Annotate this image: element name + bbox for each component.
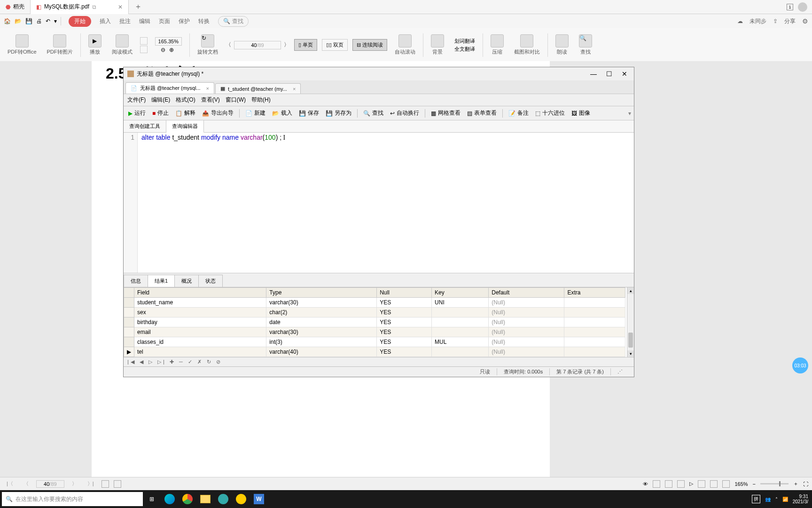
actual-size-icon[interactable] [722, 480, 730, 488]
scrollbar-thumb[interactable] [628, 333, 633, 348]
editor-tab[interactable]: 查询编辑器 [166, 120, 204, 133]
menu-edit[interactable]: 编辑(E) [151, 96, 170, 104]
app-1-icon[interactable] [214, 490, 232, 508]
full-translate[interactable]: 全文翻译 [454, 46, 475, 53]
vertical-scrollbar[interactable]: ▴ ▾ [627, 287, 634, 357]
record-nav-buttons[interactable]: |◀ ◀ ▷ ▷| ✚ ─ ✓ ✗ ↻ ⊘ [127, 359, 222, 365]
file-tab[interactable]: ◧ MySQL数据库.pdf ⧉ ✕ [31, 0, 129, 14]
menu-file[interactable]: 文件(F) [127, 96, 146, 104]
cell[interactable]: (Null) [489, 327, 564, 337]
cell[interactable] [564, 337, 625, 347]
zoom-in-status-icon[interactable]: ＋ [793, 480, 798, 487]
builder-tab[interactable]: 查询创建工具 [124, 120, 166, 132]
taskbar-search[interactable]: 🔍 在这里输入你要搜索的内容 [2, 492, 143, 506]
scroll-up-icon[interactable]: ▴ [627, 287, 634, 294]
explain-button[interactable]: 📋解释 [173, 108, 197, 118]
share-label[interactable]: 分享 [784, 17, 796, 25]
stop-button[interactable]: ■停止 [150, 108, 171, 118]
cell[interactable]: student_name [134, 298, 266, 308]
scroll-down-icon[interactable]: ▾ [627, 350, 634, 357]
cell[interactable] [432, 308, 489, 318]
view-mode-2-icon[interactable] [114, 480, 121, 488]
cell[interactable]: (Null) [489, 347, 564, 357]
menu-window[interactable]: 窗口(W) [226, 96, 246, 104]
menu-view[interactable]: 查看(V) [201, 96, 220, 104]
layout-1-icon[interactable] [653, 480, 660, 488]
cell[interactable]: char(2) [266, 308, 377, 318]
zoom-out-icon[interactable]: ⊖ [161, 47, 167, 53]
status-page-input[interactable]: 40/89 [36, 480, 64, 488]
cell[interactable]: birthday [134, 318, 266, 327]
prev-page-icon[interactable]: 〈 [226, 41, 231, 49]
chrome-icon[interactable] [179, 490, 196, 508]
column-header[interactable]: Field [134, 288, 266, 298]
sync-status[interactable]: 未同步 [750, 17, 766, 25]
column-header[interactable]: Type [266, 288, 377, 298]
home-icon[interactable]: 🏠 [4, 18, 11, 24]
cell[interactable] [432, 347, 489, 357]
cell[interactable]: classes_id [134, 337, 266, 347]
new-button[interactable]: 📄新建 [243, 108, 267, 118]
cell[interactable] [432, 327, 489, 337]
cell[interactable] [432, 318, 489, 327]
table-row[interactable]: sexchar(2)YES(Null) [124, 308, 625, 318]
view-mode-1-icon[interactable] [102, 480, 109, 488]
cell[interactable] [564, 298, 625, 308]
tab-annotate[interactable]: 批注 [119, 17, 131, 25]
edge-icon[interactable] [161, 490, 179, 508]
search-box[interactable]: 🔍 查找 [218, 16, 249, 27]
cell[interactable]: date [266, 318, 377, 327]
undo-icon[interactable]: ↶ [46, 18, 50, 24]
share-icon[interactable]: ⇪ [773, 18, 778, 24]
read-mode[interactable]: 阅读模式 [109, 33, 135, 56]
close-icon[interactable]: × [293, 86, 296, 92]
layout-3-icon[interactable] [677, 480, 685, 488]
pdf-to-image[interactable]: PDF转图片 [44, 33, 76, 56]
table-row[interactable]: birthdaydateYES(Null) [124, 318, 625, 327]
rotate[interactable]: ↻旋转文档 [195, 33, 221, 56]
zoom-level[interactable]: 165% [734, 481, 748, 487]
open-icon[interactable]: 📂 [15, 18, 22, 24]
close-icon[interactable]: × [206, 86, 209, 91]
ime-indicator[interactable]: 拼 [752, 495, 760, 503]
note-button[interactable]: 📝备注 [507, 108, 531, 118]
saveas-button[interactable]: 💾另存为 [324, 108, 353, 118]
table-row[interactable]: student_namevarchar(30)YESUNI(Null) [124, 298, 625, 308]
cell[interactable]: MUL [432, 337, 489, 347]
cell[interactable]: YES [377, 318, 432, 327]
code-content[interactable]: alter table t_student modify name varcha… [138, 133, 289, 273]
auto-scroll[interactable]: 自动滚动 [392, 33, 418, 56]
cell[interactable]: (Null) [489, 337, 564, 347]
tab-insert[interactable]: 插入 [100, 17, 111, 25]
hand-tool-icon[interactable] [140, 37, 148, 45]
chevron-down-icon[interactable]: ▾ [628, 110, 631, 117]
app-tab[interactable]: ⬣ 稻壳 [0, 0, 31, 14]
close-tab-button[interactable]: ✕ [118, 4, 123, 10]
cell[interactable]: sex [134, 308, 266, 318]
new-tab-button[interactable]: ＋ [129, 2, 148, 12]
cell[interactable] [564, 308, 625, 318]
fullscreen-icon[interactable]: ⛶ [803, 481, 808, 487]
print-icon[interactable]: 🖨 [36, 18, 42, 24]
first-page-icon[interactable]: |〈 [4, 480, 16, 487]
redo-icon[interactable]: ▾ [54, 18, 57, 24]
wps-taskbar-icon[interactable]: W [250, 490, 268, 508]
close-button[interactable]: ✕ [622, 70, 627, 78]
save-button[interactable]: 💾保存 [297, 108, 321, 118]
column-header[interactable]: Extra [564, 288, 625, 298]
hex-button[interactable]: ⬚十六进位 [533, 108, 567, 118]
profile-tab[interactable]: 概况 [174, 275, 199, 287]
zoom-in-icon[interactable]: ⊕ [169, 47, 176, 53]
column-header[interactable]: Default [489, 288, 564, 298]
maximize-button[interactable]: ☐ [606, 70, 612, 78]
cell[interactable] [564, 347, 625, 357]
table-tab[interactable]: ▦t_student @teacher (my...× [215, 83, 301, 94]
cell[interactable]: YES [377, 298, 432, 308]
zoom-value[interactable]: 165.35% [155, 37, 182, 46]
timestamp-bubble[interactable]: 03:03 [792, 357, 808, 373]
column-header[interactable]: Key [432, 288, 489, 298]
zoom-out-status-icon[interactable]: − [753, 481, 756, 487]
compress[interactable]: 压缩 [488, 33, 507, 56]
single-page-button[interactable]: ▯单页 [294, 39, 317, 51]
tab-edit[interactable]: 编辑 [139, 17, 150, 25]
